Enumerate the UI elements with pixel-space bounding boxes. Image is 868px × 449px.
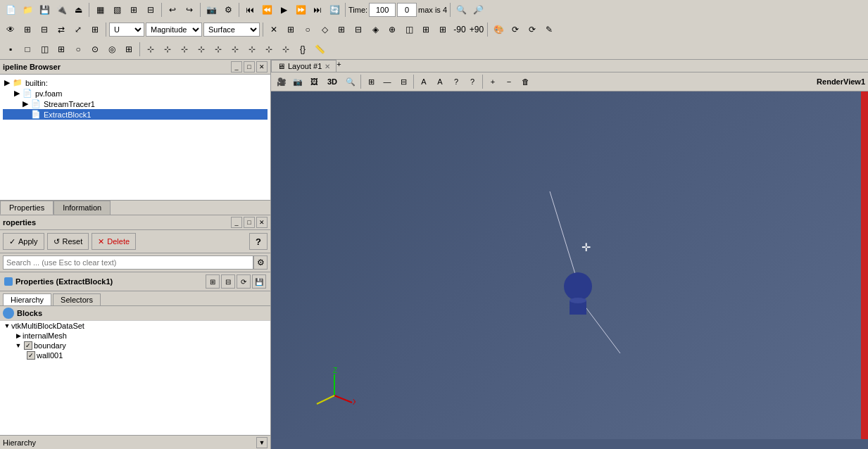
render-btn11[interactable]: ?	[465, 74, 480, 89]
props-max-button[interactable]: □	[244, 217, 255, 228]
props-close-button[interactable]: ✕	[256, 217, 268, 228]
add-layout-button[interactable]: +	[336, 60, 341, 72]
show-all-button[interactable]: ⊞	[20, 22, 35, 37]
pipeline-item-pvfoam[interactable]: ▶ 📄 pv.foam	[3, 88, 268, 99]
surface-select[interactable]: Surface	[203, 23, 260, 37]
interaction-button[interactable]: ⇄	[54, 22, 69, 37]
hide-all-button[interactable]: ⊟	[37, 22, 52, 37]
tool3[interactable]: ◫	[37, 42, 52, 57]
render-btn13[interactable]: −	[501, 74, 517, 89]
tool4[interactable]: ⊞	[54, 42, 69, 57]
measure5[interactable]: ⊹	[210, 42, 226, 57]
pipeline-close-button[interactable]: ✕	[256, 61, 268, 72]
next-frame-button[interactable]: ⏩	[293, 2, 308, 18]
selection-btn2[interactable]: ⊞	[283, 22, 298, 37]
render-btn14[interactable]: 🗑	[517, 74, 533, 89]
loop-button[interactable]: 🔄	[327, 2, 342, 18]
render-btn5[interactable]: ⊞	[363, 74, 379, 89]
props-min-button[interactable]: _	[231, 217, 242, 228]
tool5[interactable]: ○	[70, 42, 86, 57]
measure10[interactable]: {}	[295, 42, 310, 57]
last-frame-button[interactable]: ⏭	[310, 2, 325, 18]
orient-neg-button[interactable]: -90	[452, 22, 467, 37]
selection-btn8[interactable]: ⊕	[384, 22, 400, 37]
render-btn6[interactable]: —	[379, 74, 395, 89]
rescale2-button[interactable]: ⟳	[524, 22, 540, 37]
props-save-button[interactable]: 💾	[252, 274, 266, 289]
selection-btn1[interactable]: ✕	[266, 22, 282, 37]
tool6[interactable]: ⊙	[87, 42, 103, 57]
sub-tab-hierarchy[interactable]: Hierarchy	[3, 293, 51, 305]
select-button[interactable]: ⤢	[70, 22, 86, 37]
help-button[interactable]: ?	[249, 233, 268, 250]
measure3[interactable]: ⊹	[177, 42, 192, 57]
selection-btn11[interactable]: ⊞	[435, 22, 451, 37]
time-frame-input[interactable]	[397, 3, 417, 17]
orient-pos-button[interactable]: +90	[469, 22, 484, 37]
render-btn9[interactable]: A	[432, 74, 448, 89]
render-btn4[interactable]: 🔍	[343, 74, 358, 89]
tool1[interactable]: ▪	[3, 42, 18, 57]
search-input[interactable]	[3, 255, 253, 270]
filters-button[interactable]: ▧	[109, 2, 125, 18]
collaboration-button[interactable]: ⊟	[143, 2, 158, 18]
render-btn2[interactable]: 📷	[290, 74, 306, 89]
time-value-input[interactable]	[369, 3, 396, 17]
render-btn3[interactable]: 🖼	[306, 74, 322, 89]
render-btn10[interactable]: ?	[448, 74, 464, 89]
selection-btn5[interactable]: ⊞	[334, 22, 349, 37]
save-button[interactable]: 💾	[37, 2, 52, 18]
connect-button[interactable]: 🔌	[54, 2, 69, 18]
zoom-fit-button[interactable]: 🔍	[453, 2, 469, 18]
reset-button[interactable]: ↺ Reset	[47, 233, 89, 250]
tab-information[interactable]: Information	[54, 201, 111, 215]
disconnect-button[interactable]: ⏏	[70, 2, 86, 18]
tab-properties[interactable]: Properties	[0, 201, 54, 215]
redo-button[interactable]: ↪	[182, 2, 197, 18]
tool8[interactable]: ⊞	[121, 42, 137, 57]
eye-button[interactable]: 👁	[3, 22, 18, 37]
camera-button[interactable]: 📷	[203, 2, 219, 18]
settings-button[interactable]: ⚙	[220, 2, 236, 18]
measure9[interactable]: ⊹	[278, 42, 294, 57]
sub-tab-selectors[interactable]: Selectors	[53, 293, 101, 305]
field-select[interactable]: U	[109, 23, 144, 37]
tool7[interactable]: ◎	[104, 42, 120, 57]
layout-tab[interactable]: 🖥 Layout #1 ✕	[271, 60, 336, 72]
selection-btn3[interactable]: ○	[300, 22, 315, 37]
render-btn7[interactable]: ⊟	[396, 74, 411, 89]
prev-frame-button[interactable]: ⏪	[259, 2, 275, 18]
search-gear-button[interactable]: ⚙	[253, 255, 268, 270]
selection-btn9[interactable]: ◫	[401, 22, 417, 37]
measure2[interactable]: ⊹	[160, 42, 175, 57]
measure7[interactable]: ⊹	[244, 42, 260, 57]
selection-btn7[interactable]: ◈	[367, 22, 383, 37]
viewport-content[interactable]: Z X ✛	[271, 91, 868, 439]
render-btn1[interactable]: 🎥	[274, 74, 289, 89]
measure8[interactable]: ⊹	[261, 42, 277, 57]
pipeline-item-extractblock[interactable]: 📄 ExtractBlock1	[3, 109, 268, 120]
delete-button[interactable]: ✕ Delete	[92, 233, 136, 250]
component-select[interactable]: Magnitude	[146, 23, 202, 37]
macros-button[interactable]: ⊞	[126, 2, 141, 18]
checkbox-boundary[interactable]	[24, 341, 32, 350]
pipeline-max-button[interactable]: □	[244, 61, 255, 72]
measure1[interactable]: ⊹	[143, 42, 158, 57]
pipeline-min-button[interactable]: _	[231, 61, 242, 72]
colormap-button[interactable]: 🎨	[491, 22, 506, 37]
undo-button[interactable]: ↩	[165, 2, 180, 18]
measure4[interactable]: ⊹	[194, 42, 209, 57]
pipeline-item-streamtracer[interactable]: ▶ 📄 StreamTracer1	[3, 99, 268, 109]
play-button[interactable]: ▶	[276, 2, 291, 18]
first-frame-button[interactable]: ⏮	[242, 2, 258, 18]
rescale-button[interactable]: ⟳	[508, 22, 523, 37]
checkbox-wall001[interactable]	[27, 351, 35, 360]
zoom-out-button[interactable]: 🔎	[470, 2, 486, 18]
render-btn8[interactable]: A	[416, 74, 432, 89]
measure11[interactable]: 📏	[312, 42, 327, 57]
props-copy2-button[interactable]: ⊟	[221, 274, 235, 289]
open-button[interactable]: 📁	[20, 2, 35, 18]
props-copy-button[interactable]: ⊞	[206, 274, 220, 289]
tree-item-internalmesh[interactable]: ▶ internalMesh	[0, 331, 270, 341]
tree-item-vtkmultiblock[interactable]: ▼ vtkMultiBlockDataSet	[0, 321, 270, 331]
